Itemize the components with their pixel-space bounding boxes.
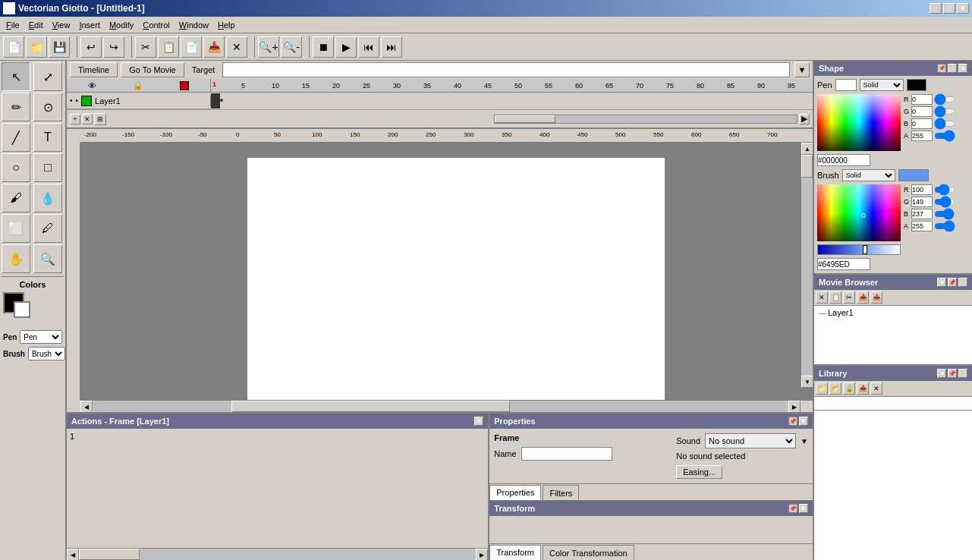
pen-b-slider[interactable]	[934, 119, 955, 128]
zoom-tool[interactable]: 🔍	[33, 244, 62, 273]
shape-close-btn[interactable]: ✕	[958, 64, 967, 73]
menu-modify[interactable]: Modify	[105, 19, 138, 31]
forward-button[interactable]: ⏭	[381, 36, 402, 58]
transform-tab[interactable]: Transform	[489, 545, 541, 560]
vscroll-up[interactable]: ▲	[801, 143, 813, 155]
pen-r-slider[interactable]	[934, 95, 955, 104]
rewind-button[interactable]: ⏮	[358, 36, 379, 58]
brush-color-picker[interactable]	[817, 184, 901, 241]
shape-pin-btn[interactable]: 📌	[937, 64, 946, 73]
timeline-scroll-right[interactable]: ▶	[799, 114, 810, 124]
eraser-tool[interactable]: ⬜	[2, 214, 30, 243]
pen-b-input[interactable]	[911, 118, 933, 129]
menu-view[interactable]: View	[48, 19, 75, 31]
mb-pin-btn[interactable]: 📌	[948, 278, 957, 287]
close-button[interactable]: ✕	[957, 3, 969, 14]
pencil-tool[interactable]: ✏	[2, 93, 30, 121]
color-transform-tab[interactable]: Color Transformation	[543, 545, 634, 560]
delete-button[interactable]: ✕	[226, 36, 247, 58]
menu-window[interactable]: Window	[175, 19, 213, 31]
brush-g-slider[interactable]	[934, 197, 955, 206]
timeline-hscroll[interactable]	[494, 115, 797, 124]
pen-g-input[interactable]	[911, 106, 933, 117]
layer1-frames[interactable]	[211, 93, 813, 109]
select-tool[interactable]: ↖	[2, 62, 30, 91]
menu-edit[interactable]: Edit	[24, 19, 48, 31]
mb-max-btn[interactable]: □	[958, 278, 967, 287]
canvas-main[interactable]: ▲ ▼	[80, 143, 813, 400]
library-search[interactable]	[814, 397, 972, 411]
layer1-name[interactable]: Layer1	[95, 96, 121, 105]
paint-tool[interactable]: 🖌	[2, 184, 30, 212]
save-button[interactable]: 💾	[49, 36, 70, 58]
mb-layer1-item[interactable]: — Layer1	[816, 307, 970, 318]
properties-close[interactable]: ✕	[799, 417, 808, 426]
rect-tool[interactable]: □	[33, 153, 62, 182]
ink-tool[interactable]: 🖊	[33, 214, 62, 243]
pen-g-slider[interactable]	[934, 107, 955, 116]
pen-color-swatch[interactable]	[907, 79, 926, 91]
lib-btn-3[interactable]: 🔒	[843, 382, 855, 395]
delete-layer-btn[interactable]: ✕	[82, 114, 93, 124]
filters-tab[interactable]: Filters	[543, 485, 579, 500]
timeline-hscroll-thumb[interactable]	[495, 115, 555, 123]
actions-close-btn[interactable]: ✕	[474, 417, 483, 426]
transform-pin[interactable]: 📌	[788, 504, 797, 513]
canvas-vscroll[interactable]: ▲ ▼	[801, 143, 813, 388]
mb-btn-4[interactable]: 📥	[857, 291, 869, 304]
brush-style-select[interactable]: Brush	[28, 347, 65, 360]
brush-gradient-bar[interactable]	[817, 244, 901, 255]
hscroll-left[interactable]: ◀	[80, 401, 93, 412]
vscroll-down[interactable]: ▼	[801, 376, 813, 388]
import-button[interactable]: 📥	[203, 36, 225, 58]
mb-btn-2[interactable]: 📋	[829, 291, 841, 304]
hscroll-thumb[interactable]	[231, 401, 510, 412]
mb-btn-5[interactable]: 📤	[870, 291, 882, 304]
mb-close-btn[interactable]: ✕	[937, 278, 946, 287]
actions-scroll-thumb[interactable]	[79, 549, 140, 560]
pen-num-input[interactable]: 1	[835, 79, 857, 91]
shape-max-btn[interactable]: □	[948, 64, 957, 73]
lib-max-btn[interactable]: □	[958, 369, 967, 378]
actions-scroll-right[interactable]: ▶	[476, 549, 488, 560]
name-input[interactable]	[521, 447, 612, 461]
hscroll-track[interactable]	[93, 401, 788, 412]
menu-help[interactable]: Help	[213, 19, 240, 31]
open-button[interactable]: 📁	[26, 36, 47, 58]
brush-a-slider[interactable]	[934, 222, 955, 231]
stop-button[interactable]: ⏹	[313, 36, 334, 58]
copy-button[interactable]: 📋	[158, 36, 179, 58]
go-to-movie-btn[interactable]: Go To Movie	[121, 62, 184, 77]
pen-color-picker[interactable]	[817, 94, 901, 151]
menu-control[interactable]: Control	[138, 19, 174, 31]
add-layer-btn[interactable]: +	[70, 114, 80, 124]
zoom-out-button[interactable]: 🔍-	[281, 36, 302, 58]
properties-tab[interactable]: Properties	[489, 485, 541, 500]
brush-r-input[interactable]	[911, 184, 933, 195]
layer1-color[interactable]	[81, 96, 92, 106]
lib-pin-btn[interactable]: 📌	[948, 369, 957, 378]
lib-btn-1[interactable]: 📁	[816, 382, 828, 395]
lasso-tool[interactable]: ⊙	[33, 93, 62, 121]
pen-a-slider[interactable]	[934, 131, 955, 140]
target-dropdown[interactable]: ▼	[794, 62, 810, 77]
lib-btn-4[interactable]: 📤	[857, 382, 869, 395]
layer1-dot-r[interactable]: •	[76, 96, 79, 105]
easing-button[interactable]: Easing...	[676, 465, 722, 479]
sound-select[interactable]: No sound	[705, 433, 796, 448]
text-tool[interactable]: T	[33, 123, 62, 152]
target-input[interactable]	[222, 62, 790, 77]
brush-style-select-shape[interactable]: Solid	[842, 169, 895, 181]
lib-btn-5[interactable]: ✕	[870, 382, 882, 395]
paste-button[interactable]: 📄	[181, 36, 202, 58]
lib-btn-2[interactable]: 📂	[829, 382, 841, 395]
pen-style-select-shape[interactable]: Solid	[860, 79, 904, 91]
transform-tool[interactable]: ⤢	[33, 62, 62, 91]
brush-color-swatch[interactable]	[898, 169, 929, 181]
gradient-handle[interactable]	[863, 245, 867, 254]
redo-button[interactable]: ↪	[103, 36, 124, 58]
hand-tool[interactable]: ✋	[2, 244, 30, 273]
pen-a-input[interactable]	[911, 131, 933, 141]
properties-pin[interactable]: 📌	[788, 417, 797, 426]
background-color[interactable]	[14, 301, 30, 318]
